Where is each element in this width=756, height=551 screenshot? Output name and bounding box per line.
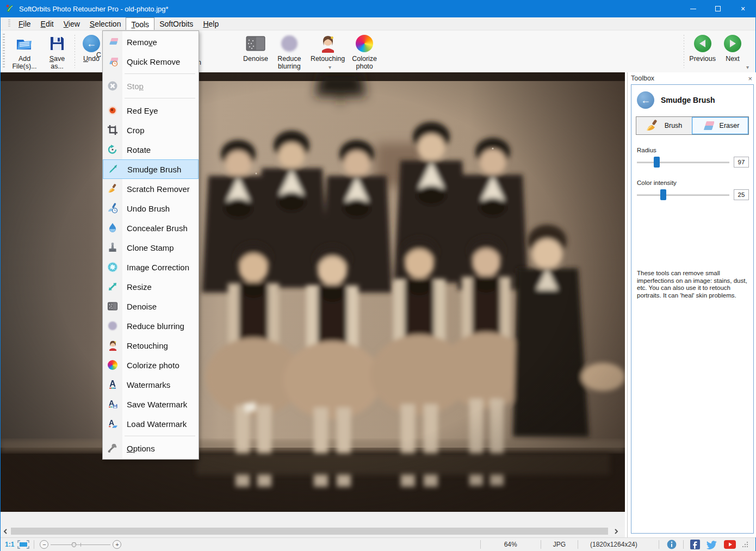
info-icon[interactable] — [667, 540, 677, 549]
radius-value-field[interactable]: 97 — [734, 157, 749, 168]
toolbox-close-icon[interactable]: × — [748, 75, 752, 83]
statusbar-separator — [541, 540, 541, 549]
svg-text:A: A — [109, 418, 114, 427]
statusbar-separator — [659, 540, 659, 549]
menu-item-remove[interactable]: Remove — [103, 32, 199, 52]
minimize-icon — [690, 9, 696, 9]
menu-item-red-eye[interactable]: Red Eye — [103, 101, 199, 120]
colorize-photo-button[interactable]: Colorize photo — [348, 30, 381, 72]
save-watermark-icon: A — [103, 399, 122, 410]
photo-canvas[interactable] — [1, 72, 625, 512]
save-as-button[interactable]: Save as... — [42, 30, 72, 72]
eraser-icon — [701, 120, 714, 132]
tool-title: Smudge Brush — [661, 96, 715, 104]
menu-item-reduce-blurring[interactable]: Reduce blurring — [103, 316, 199, 336]
fit-to-screen-icon[interactable] — [17, 540, 29, 549]
toolbar-separator — [684, 35, 684, 68]
menu-item-smudge-brush[interactable]: Smudge Brush — [103, 159, 199, 179]
retouching-button[interactable]: Retouching — [308, 30, 348, 72]
concealer-brush-icon — [103, 222, 122, 233]
next-button[interactable]: Next — [718, 30, 747, 72]
toolbar-overflow-icon[interactable]: ▾ — [329, 64, 331, 70]
menu-tools[interactable]: Tools — [126, 17, 154, 30]
window-title: SoftOrbits Photo Retoucher Pro - old-pho… — [19, 5, 169, 13]
menu-file[interactable]: File — [14, 17, 36, 30]
menu-item-options[interactable]: Options — [103, 438, 199, 458]
radius-slider[interactable] — [637, 157, 729, 168]
zoom-in-button[interactable]: + — [113, 540, 121, 549]
brush-toggle-button[interactable]: Brush — [636, 117, 692, 134]
add-files-button[interactable]: Add File(s)... — [7, 30, 42, 72]
menu-item-rotate[interactable]: Rotate — [103, 140, 199, 159]
clone-stamp-icon — [103, 242, 122, 253]
toolbar-grip[interactable] — [3, 34, 5, 69]
menu-item-clone-stamp[interactable]: Clone Stamp — [103, 238, 199, 257]
menu-item-image-correction[interactable]: Image Correction — [103, 257, 199, 277]
menu-softorbits[interactable]: SoftOrbits — [154, 17, 198, 30]
eraser-label: Eraser — [720, 122, 740, 129]
zoom-slider[interactable]: − + — [40, 540, 121, 549]
zoom-percent: 64% — [486, 541, 535, 548]
menu-item-resize[interactable]: Resize — [103, 277, 199, 296]
menu-bar: File Edit View Selection Tools SoftOrbit… — [1, 17, 755, 30]
menu-item-quick-remove[interactable]: Quick Remove — [103, 52, 199, 71]
color-intensity-label: Color intensity — [637, 179, 753, 186]
menu-separator — [125, 73, 195, 74]
resize-grip[interactable] — [742, 542, 748, 547]
colorize-photo-label: Colorize photo — [350, 55, 379, 70]
eraser-icon — [103, 36, 122, 47]
twitter-icon[interactable] — [707, 540, 717, 549]
menu-item-save-watermark[interactable]: A Save Watermark — [103, 394, 199, 414]
zoom-slider-handle[interactable] — [72, 542, 76, 547]
undo-button[interactable]: ← Undo — [77, 30, 106, 72]
radius-label: Radius — [637, 147, 753, 153]
facebook-icon[interactable] — [690, 540, 700, 549]
eraser-toggle-button[interactable]: Eraser — [692, 117, 748, 134]
denoise-icon — [103, 301, 122, 312]
save-as-label: Save as... — [45, 55, 70, 70]
menu-item-undo-brush[interactable]: Undo Brush — [103, 199, 199, 218]
maximize-button[interactable] — [705, 0, 730, 17]
radius-slider-handle[interactable] — [654, 157, 660, 168]
scroll-right-icon[interactable] — [611, 527, 621, 536]
close-button[interactable]: × — [730, 0, 755, 17]
reduce-blurring-button[interactable]: Reduce blurring — [271, 30, 308, 72]
menu-item-denoise[interactable]: Denoise — [103, 296, 199, 316]
back-button[interactable]: ← — [637, 91, 654, 109]
horizontal-scrollbar[interactable] — [1, 527, 625, 536]
menu-edit[interactable]: Edit — [36, 17, 59, 30]
menu-item-retouching[interactable]: Retouching — [103, 336, 199, 355]
color-intensity-slider[interactable] — [637, 189, 729, 200]
denoise-button[interactable]: Denoise — [240, 30, 271, 72]
color-intensity-value-field[interactable]: 25 — [734, 189, 749, 200]
menu-selection[interactable]: Selection — [85, 17, 126, 30]
tool-description: These tools can remove small imperfectio… — [637, 270, 748, 299]
toolbar-overflow-icon[interactable]: ▾ — [746, 64, 749, 70]
menu-item-concealer-brush[interactable]: Concealer Brush — [103, 218, 199, 238]
youtube-icon[interactable] — [724, 540, 736, 549]
menu-item-scratch-remover[interactable]: Scratch Remover — [103, 179, 199, 199]
statusbar-separator — [683, 540, 684, 549]
scroll-left-icon[interactable] — [1, 527, 10, 536]
app-logo-icon — [5, 4, 15, 14]
menu-item-stop[interactable]: Stop — [103, 76, 199, 96]
menu-view[interactable]: View — [59, 17, 85, 30]
menubar-grip[interactable] — [8, 20, 10, 28]
statusbar-separator — [34, 540, 34, 549]
scale-1-1-button[interactable]: 1:1 — [5, 541, 14, 548]
menu-item-load-watermark[interactable]: A Load Watermark — [103, 414, 199, 434]
minimize-button[interactable] — [680, 0, 705, 17]
status-bar: 1:1 − + 64% JPG (1820x1264x24) — [1, 537, 755, 551]
zoom-out-button[interactable]: − — [40, 540, 48, 549]
watermark-icon: A — [103, 379, 122, 390]
color-intensity-slider-handle[interactable] — [660, 189, 666, 200]
previous-label: Previous — [689, 55, 716, 63]
previous-button[interactable]: Previous — [686, 30, 718, 72]
menu-item-colorize-photo[interactable]: Colorize photo — [103, 355, 199, 375]
menu-item-watermarks[interactable]: A Watermarks — [103, 375, 199, 394]
menu-help[interactable]: Help — [198, 17, 224, 30]
scrollbar-thumb[interactable] — [11, 528, 608, 535]
denoise-icon — [246, 34, 265, 53]
load-watermark-icon: A — [103, 418, 122, 429]
menu-item-crop[interactable]: Crop — [103, 120, 199, 140]
